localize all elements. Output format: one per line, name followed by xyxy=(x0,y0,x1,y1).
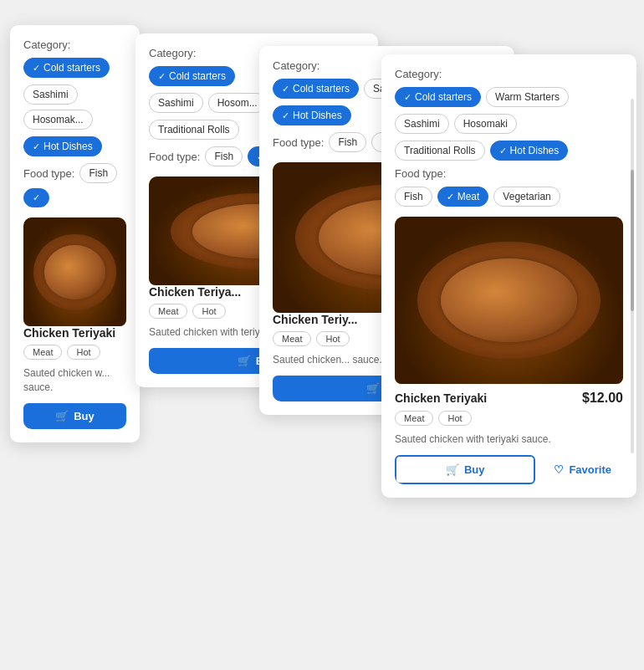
tag-label: Fish xyxy=(89,167,108,179)
check-icon: ✓ xyxy=(158,71,166,82)
food-type-tags-row: Fish ✓ Meat Vegetarian xyxy=(395,187,623,207)
cart-icon: 🛒 xyxy=(366,382,380,395)
tag-hot-dishes[interactable]: ✓ Hot Dishes xyxy=(490,141,569,161)
tag-sashimi[interactable]: Sashimi xyxy=(395,114,449,134)
cart-icon: 🛒 xyxy=(55,410,69,422)
tag-cold-starters[interactable]: ✓ Cold starters xyxy=(395,87,481,107)
dish-image xyxy=(23,217,126,326)
check-icon: ✓ xyxy=(404,92,411,103)
tag-label: Fish xyxy=(214,151,233,162)
food-type-label: Food type: xyxy=(273,136,324,149)
tag-sashimi[interactable]: Sashimi xyxy=(23,84,78,105)
category-label: Category: xyxy=(23,38,126,51)
buy-button[interactable]: 🛒 Buy xyxy=(23,403,126,429)
category-label: Category: xyxy=(395,68,623,80)
favorite-button[interactable]: ♡ Favorite xyxy=(542,455,623,484)
category-tags-row-1: ✓ Cold starters Warm Starters xyxy=(395,87,623,107)
check-icon: ✓ xyxy=(33,192,40,203)
buy-label: Buy xyxy=(74,410,95,422)
tag-cold-starters[interactable]: ✓ Cold starters xyxy=(273,79,359,99)
tag-label: Cold starters xyxy=(169,70,226,82)
tag-label: Hosom... xyxy=(217,97,258,109)
dish-title: Chicken Teriyaki xyxy=(23,326,126,340)
dish-card: Chicken Teriyaki Meat Hot Sauted chicken… xyxy=(23,217,126,429)
dish-card: Chicken Teriyaki $12.00 Meat Hot Sauted … xyxy=(395,217,623,484)
dish-tag-hot: Hot xyxy=(438,411,471,426)
tag-cold-starters[interactable]: ✓ Cold starters xyxy=(149,66,235,86)
tag-fish[interactable]: Fish xyxy=(395,187,432,207)
dish-image-inner xyxy=(395,217,623,384)
tag-hot-dishes[interactable]: ✓ Hot Dishes xyxy=(23,136,102,156)
dish-tag-meat: Meat xyxy=(149,304,187,319)
action-buttons: 🛒 Buy ♡ Favorite xyxy=(395,455,623,484)
tag-label: Meat xyxy=(457,191,480,202)
tag-label: Sashimi xyxy=(158,97,194,109)
food-type-row: Food type: Fish ✓ xyxy=(23,163,126,207)
action-buttons: 🛒 Buy xyxy=(23,403,126,429)
check-icon: ✓ xyxy=(499,146,507,156)
cart-icon: 🛒 xyxy=(238,355,251,367)
check-icon: ✓ xyxy=(282,110,289,121)
tag-label: Hosomak... xyxy=(33,114,84,125)
category-tags-row-2: Sashimi Hosomaki xyxy=(395,114,623,134)
food-type-label: Food type: xyxy=(395,167,623,180)
tag-label: Hosomaki xyxy=(463,118,508,130)
tag-label: Traditional Rolls xyxy=(158,124,230,136)
tag-hosomaki[interactable]: Hosom... xyxy=(208,93,267,113)
buy-button[interactable]: 🛒 Buy xyxy=(395,455,535,484)
tag-fish[interactable]: Fish xyxy=(329,132,366,152)
tag-vegetarian[interactable]: Vegetarian xyxy=(493,187,560,207)
tag-label: Traditional Rolls xyxy=(404,145,476,156)
tag-sashimi[interactable]: Sashimi xyxy=(149,93,203,113)
heart-icon: ♡ xyxy=(554,463,564,476)
cart-icon: 🛒 xyxy=(446,463,459,476)
check-icon: ✓ xyxy=(33,63,40,74)
dish-tag-hot: Hot xyxy=(67,345,100,360)
tag-traditional-rolls[interactable]: Traditional Rolls xyxy=(395,141,485,161)
tag-label: Sashimi xyxy=(33,89,69,100)
tag-hosomaki[interactable]: Hosomak... xyxy=(23,110,93,130)
buy-label: Buy xyxy=(464,463,485,476)
tag-label: Warm Starters xyxy=(495,91,560,103)
tag-meat[interactable]: ✓ Meat xyxy=(437,187,489,207)
tag-fish[interactable]: Fish xyxy=(205,146,243,166)
dish-description: Sauted chicken with teriyaki sauce. xyxy=(395,432,623,447)
tag-fish[interactable]: Fish xyxy=(79,163,117,183)
tag-label: Cold starters xyxy=(43,62,100,74)
dish-tag-hot: Hot xyxy=(192,304,225,319)
tag-cold-starters[interactable]: ✓ Cold starters xyxy=(23,58,110,78)
dish-price: $12.00 xyxy=(582,391,623,406)
category-tags-row: ✓ Cold starters xyxy=(23,58,126,78)
category-tags-row-3: Traditional Rolls ✓ Hot Dishes xyxy=(395,141,623,161)
dish-tag-meat: Meat xyxy=(395,411,433,426)
tag-label: Vegetarian xyxy=(503,191,550,202)
scrollbar[interactable] xyxy=(631,99,634,453)
dish-image-inner xyxy=(23,217,126,326)
tag-label: Sashimi xyxy=(404,118,440,130)
dish-image xyxy=(395,217,623,384)
check-icon: ✓ xyxy=(33,141,40,152)
food-type-label: Food type: xyxy=(149,151,200,163)
tag-label: Hot Dishes xyxy=(293,110,342,121)
tag-label: Fish xyxy=(404,191,423,202)
tag-hosomaki[interactable]: Hosomaki xyxy=(454,114,517,134)
tag-label: Fish xyxy=(338,136,357,148)
tag-traditional-rolls[interactable]: Traditional Rolls xyxy=(149,120,239,140)
tag-label: Hot Dishes xyxy=(510,145,560,156)
dish-tag-hot: Hot xyxy=(316,331,349,346)
tag-warm-starters[interactable]: Warm Starters xyxy=(486,87,569,107)
food-type-label: Food type: xyxy=(23,167,74,180)
filter-card-1: Category: ✓ Cold starters Sashimi Hosoma… xyxy=(10,25,140,442)
check-icon: ✓ xyxy=(447,192,454,202)
favorite-label: Favorite xyxy=(569,463,611,476)
dish-tag-meat: Meat xyxy=(273,331,311,346)
scrollbar-thumb xyxy=(631,170,634,312)
tag-label: Cold starters xyxy=(415,91,472,103)
dish-title-row: Chicken Teriyaki $12.00 xyxy=(395,391,623,406)
dish-description: Sauted chicken w... sauce. xyxy=(23,366,126,395)
tag-hot-dishes[interactable]: ✓ Hot Dishes xyxy=(273,105,351,125)
dish-title: Chicken Teriyaki xyxy=(395,391,487,405)
dish-tags: Meat Hot xyxy=(395,411,623,426)
category-tags-row-2: Sashimi Hosomak... xyxy=(23,84,126,130)
tag-meat-check[interactable]: ✓ xyxy=(23,188,49,207)
